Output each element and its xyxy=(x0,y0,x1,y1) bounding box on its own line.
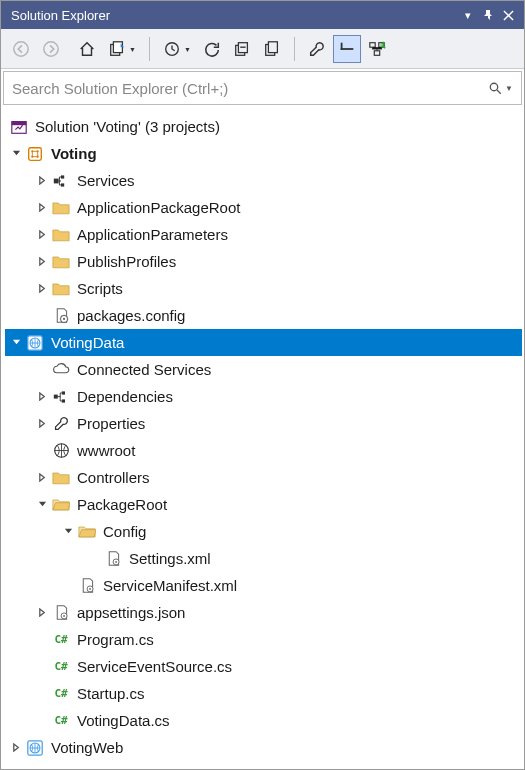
home-button[interactable] xyxy=(73,35,101,63)
tree-item-package-root[interactable]: PackageRoot xyxy=(5,491,522,518)
panel-title: Solution Explorer xyxy=(7,8,458,23)
collapse-arrow-icon[interactable] xyxy=(35,282,49,296)
svg-rect-33 xyxy=(62,399,65,402)
collapse-arrow-icon[interactable] xyxy=(35,390,49,404)
collapse-arrow-icon[interactable] xyxy=(35,417,49,431)
item-label: Properties xyxy=(77,415,145,432)
tree-item-packages-config[interactable]: packages.config xyxy=(5,302,522,329)
tree-item-settings-xml[interactable]: Settings.xml xyxy=(5,545,522,572)
tree-item-service-event-source[interactable]: C# ServiceEventSource.cs xyxy=(5,653,522,680)
tree-item-config[interactable]: Config xyxy=(5,518,522,545)
item-label: packages.config xyxy=(77,307,185,324)
folder-icon xyxy=(51,279,71,299)
preview-button[interactable] xyxy=(333,35,361,63)
svg-rect-25 xyxy=(61,183,64,186)
tree-item-publish-profiles[interactable]: PublishProfiles xyxy=(5,248,522,275)
folder-icon xyxy=(51,225,71,245)
svg-rect-31 xyxy=(54,394,58,398)
csharp-file-icon: C# xyxy=(51,711,71,731)
collapse-arrow-icon[interactable] xyxy=(35,228,49,242)
toolbar-separator xyxy=(294,37,295,61)
tree-item-properties[interactable]: Properties xyxy=(5,410,522,437)
item-label: wwwroot xyxy=(77,442,135,459)
close-icon[interactable] xyxy=(498,5,518,25)
search-input[interactable] xyxy=(12,80,488,97)
project-label: VotingData xyxy=(51,334,124,351)
folder-icon xyxy=(51,252,71,272)
project-voting-web[interactable]: VotingWeb xyxy=(5,734,522,761)
view-class-diagram-button[interactable] xyxy=(363,35,391,63)
collapse-arrow-icon[interactable] xyxy=(9,741,23,755)
expand-arrow-icon[interactable] xyxy=(35,498,49,512)
tree-item-service-manifest[interactable]: ServiceManifest.xml xyxy=(5,572,522,599)
item-label: ApplicationParameters xyxy=(77,226,228,243)
wrench-icon xyxy=(51,414,71,434)
service-fabric-project-icon xyxy=(25,144,45,164)
window-menu-icon[interactable]: ▾ xyxy=(458,5,478,25)
nav-back-button[interactable] xyxy=(7,35,35,63)
xml-file-icon xyxy=(103,549,123,569)
tree-item-dependencies[interactable]: Dependencies xyxy=(5,383,522,410)
expand-arrow-icon[interactable] xyxy=(9,147,23,161)
expand-arrow-icon[interactable] xyxy=(61,525,75,539)
tree-item-scripts[interactable]: Scripts xyxy=(5,275,522,302)
item-label: Connected Services xyxy=(77,361,211,378)
item-label: PackageRoot xyxy=(77,496,167,513)
tree-item-app-package-root[interactable]: ApplicationPackageRoot xyxy=(5,194,522,221)
svg-rect-9 xyxy=(341,48,354,50)
collapse-arrow-icon[interactable] xyxy=(35,201,49,215)
history-button[interactable]: ▼ xyxy=(158,35,186,63)
refresh-button[interactable] xyxy=(198,35,226,63)
tree-item-app-parameters[interactable]: ApplicationParameters xyxy=(5,221,522,248)
tree-item-voting-data-cs[interactable]: C# VotingData.cs xyxy=(5,707,522,734)
collapse-arrow-icon[interactable] xyxy=(35,255,49,269)
tree-item-services[interactable]: Services xyxy=(5,167,522,194)
tree-item-program-cs[interactable]: C# Program.cs xyxy=(5,626,522,653)
item-label: ServiceEventSource.cs xyxy=(77,658,232,675)
expand-arrow-icon[interactable] xyxy=(9,336,23,350)
project-voting-data[interactable]: VotingData xyxy=(5,329,522,356)
item-label: Controllers xyxy=(77,469,150,486)
item-label: PublishProfiles xyxy=(77,253,176,270)
svg-point-0 xyxy=(14,41,28,55)
item-label: Services xyxy=(77,172,135,189)
dependencies-icon xyxy=(51,387,71,407)
svg-rect-24 xyxy=(61,175,64,178)
folder-open-icon xyxy=(51,495,71,515)
folder-icon xyxy=(51,468,71,488)
dropdown-icon[interactable]: ▼ xyxy=(129,46,136,53)
collapse-all-button[interactable] xyxy=(228,35,256,63)
web-project-icon xyxy=(25,738,45,758)
tree-item-connected-services[interactable]: Connected Services xyxy=(5,356,522,383)
solution-node[interactable]: Solution 'Voting' (3 projects) xyxy=(5,113,522,140)
collapse-arrow-icon[interactable] xyxy=(35,471,49,485)
show-all-files-button[interactable] xyxy=(258,35,286,63)
svg-rect-10 xyxy=(341,42,343,49)
properties-button[interactable] xyxy=(303,35,331,63)
csharp-file-icon: C# xyxy=(51,657,71,677)
dropdown-icon[interactable]: ▼ xyxy=(184,46,191,53)
sync-view-button[interactable]: ▼ xyxy=(103,35,131,63)
tree-item-controllers[interactable]: Controllers xyxy=(5,464,522,491)
svg-point-40 xyxy=(63,615,65,617)
config-file-icon xyxy=(51,306,71,326)
collapse-arrow-icon[interactable] xyxy=(35,606,49,620)
project-voting[interactable]: Voting xyxy=(5,140,522,167)
item-label: ServiceManifest.xml xyxy=(103,577,237,594)
search-icon[interactable]: ▼ xyxy=(488,81,513,96)
collapse-arrow-icon[interactable] xyxy=(35,174,49,188)
svg-rect-8 xyxy=(268,41,277,52)
search-box[interactable]: ▼ xyxy=(3,71,522,105)
toolbar-separator xyxy=(149,37,150,61)
pin-icon[interactable] xyxy=(478,5,498,25)
tree-item-appsettings[interactable]: appsettings.json xyxy=(5,599,522,626)
web-project-icon xyxy=(25,333,45,353)
item-label: Startup.cs xyxy=(77,685,145,702)
svg-point-1 xyxy=(44,41,58,55)
nav-forward-button[interactable] xyxy=(37,35,65,63)
project-label: VotingWeb xyxy=(51,739,123,756)
svg-point-38 xyxy=(89,588,91,590)
tree-item-startup-cs[interactable]: C# Startup.cs xyxy=(5,680,522,707)
connected-services-icon xyxy=(51,360,71,380)
tree-item-wwwroot[interactable]: wwwroot xyxy=(5,437,522,464)
